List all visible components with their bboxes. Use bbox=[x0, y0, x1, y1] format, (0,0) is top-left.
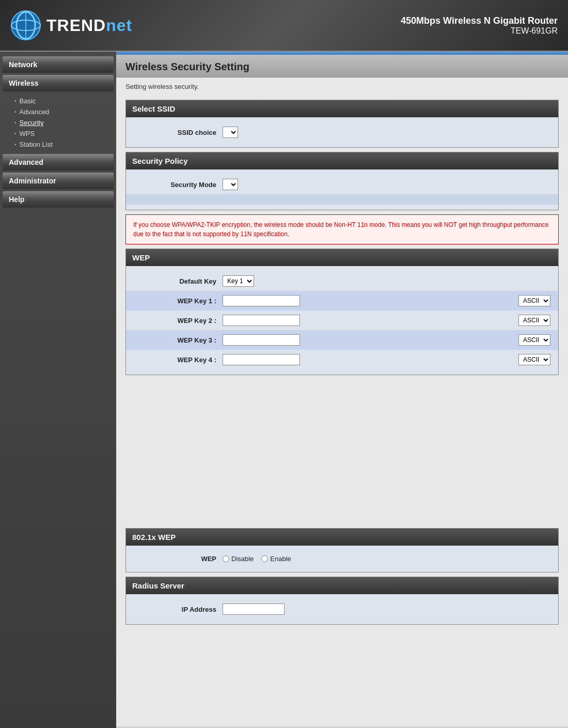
dot1x-enable-radio-label[interactable]: Enable bbox=[261, 555, 291, 563]
wep-key1-label: WEP Key 1 : bbox=[134, 297, 216, 305]
warning-box: If you choose WPA/WPA2-TKIP encryption, … bbox=[125, 214, 559, 244]
ip-address-input[interactable] bbox=[223, 603, 285, 615]
page-title: Wireless Security Setting bbox=[116, 55, 568, 78]
wep-key3-row: WEP Key 3 : ASCII HEX bbox=[126, 330, 558, 350]
select-ssid-section: Select SSID SSID choice bbox=[125, 100, 559, 148]
dot1x-disable-label: Disable bbox=[231, 555, 254, 563]
wep-key1-row: WEP Key 1 : ASCII HEX bbox=[126, 291, 558, 311]
dot1x-disable-radio[interactable] bbox=[223, 555, 229, 562]
page-subtitle: Setting wireless security. bbox=[116, 78, 568, 96]
sidebar-item-basic[interactable]: • Basic bbox=[10, 96, 116, 106]
wep-key4-encoding[interactable]: ASCII HEX bbox=[518, 354, 550, 365]
wep-body: Default Key Key 1 Key 2 Key 3 Key 4 WEP … bbox=[126, 266, 558, 375]
radius-server-header: Radius Server bbox=[126, 577, 558, 594]
sidebar-item-security-link[interactable]: Security bbox=[20, 119, 44, 127]
sidebar-item-station-list[interactable]: • Station List bbox=[10, 139, 116, 150]
wep-section: WEP Default Key Key 1 Key 2 Key 3 Key 4 bbox=[125, 249, 559, 375]
dot1x-wep-row: WEP Disable Enable bbox=[126, 551, 558, 567]
wep-key2-encoding[interactable]: ASCII HEX bbox=[518, 315, 550, 326]
product-info: 450Mbps Wireless N Gigabit Router TEW-69… bbox=[401, 16, 558, 36]
wep-key3-encoding[interactable]: ASCII HEX bbox=[518, 334, 550, 346]
sidebar-item-basic-label: Basic bbox=[20, 97, 36, 105]
bullet-advanced: • bbox=[14, 109, 17, 115]
content-gap bbox=[116, 379, 568, 524]
content-area: Wireless Security Setting Setting wirele… bbox=[116, 52, 568, 728]
wep-key3-label: WEP Key 3 : bbox=[134, 336, 216, 344]
dot1x-wep-header: 802.1x WEP bbox=[126, 529, 558, 546]
wep-key4-label: WEP Key 4 : bbox=[134, 356, 216, 364]
radius-server-body: IP Address bbox=[126, 594, 558, 624]
sidebar-item-wps[interactable]: • WPS bbox=[10, 128, 116, 139]
sidebar-item-advanced[interactable]: • Advanced bbox=[10, 106, 116, 117]
wep-key1-encoding[interactable]: ASCII HEX bbox=[518, 295, 550, 306]
sidebar-item-advanced-label: Advanced bbox=[20, 108, 50, 116]
dot1x-enable-radio[interactable] bbox=[261, 555, 268, 562]
wep-key3-input[interactable] bbox=[223, 334, 300, 346]
sidebar-btn-network[interactable]: Network bbox=[3, 56, 114, 73]
ip-address-row: IP Address bbox=[126, 599, 558, 619]
header: TRENDnet 450Mbps Wireless N Gigabit Rout… bbox=[0, 0, 568, 52]
ip-address-label: IP Address bbox=[134, 606, 216, 613]
sidebar: Network Wireless • Basic • Advanced • Se… bbox=[0, 52, 116, 728]
ssid-choice-label: SSID choice bbox=[134, 129, 216, 136]
default-key-label: Default Key bbox=[134, 277, 216, 285]
sidebar-btn-help[interactable]: Help bbox=[3, 191, 114, 208]
security-mode-select[interactable] bbox=[223, 179, 238, 190]
select-ssid-header: Select SSID bbox=[126, 100, 558, 117]
default-key-select[interactable]: Key 1 Key 2 Key 3 Key 4 bbox=[223, 275, 254, 287]
dot1x-wep-label: WEP bbox=[134, 555, 216, 563]
wep-key2-row: WEP Key 2 : ASCII HEX bbox=[126, 311, 558, 330]
wep-key4-input[interactable] bbox=[223, 354, 300, 365]
trendnet-logo-icon bbox=[10, 10, 41, 41]
wep-header: WEP bbox=[126, 249, 558, 266]
sidebar-item-wps-label: WPS bbox=[20, 130, 35, 137]
logo-area: TRENDnet bbox=[10, 10, 132, 41]
sidebar-item-station-list-label: Station List bbox=[20, 141, 53, 148]
bullet-security: • bbox=[14, 120, 17, 126]
default-key-row: Default Key Key 1 Key 2 Key 3 Key 4 bbox=[126, 271, 558, 291]
warning-text: If you choose WPA/WPA2-TKIP encryption, … bbox=[133, 221, 548, 238]
wep-key2-label: WEP Key 2 : bbox=[134, 317, 216, 324]
logo-text: TRENDnet bbox=[46, 16, 132, 35]
bullet-wps: • bbox=[14, 131, 17, 136]
dot1x-enable-label: Enable bbox=[270, 555, 291, 563]
wireless-submenu: • Basic • Advanced • Security • WPS • St… bbox=[0, 94, 116, 152]
content-inner: Wireless Security Setting Setting wirele… bbox=[116, 55, 568, 726]
wep-key2-input[interactable] bbox=[223, 315, 300, 326]
ssid-choice-select[interactable] bbox=[223, 127, 238, 138]
product-name: 450Mbps Wireless N Gigabit Router bbox=[401, 16, 558, 26]
wep-key1-input[interactable] bbox=[223, 295, 300, 306]
security-mode-row: Security Mode bbox=[126, 175, 558, 194]
dot1x-wep-body: WEP Disable Enable bbox=[126, 546, 558, 572]
security-policy-body: Security Mode bbox=[126, 169, 558, 210]
bullet-basic: • bbox=[14, 98, 17, 104]
select-ssid-body: SSID choice bbox=[126, 117, 558, 147]
security-policy-empty-row bbox=[126, 194, 558, 205]
sidebar-btn-advanced[interactable]: Advanced bbox=[3, 154, 114, 171]
security-policy-header: Security Policy bbox=[126, 152, 558, 169]
security-policy-section: Security Policy Security Mode bbox=[125, 152, 559, 210]
dot1x-radio-group: Disable Enable bbox=[223, 555, 291, 563]
security-mode-label: Security Mode bbox=[134, 181, 216, 189]
main-layout: Network Wireless • Basic • Advanced • Se… bbox=[0, 52, 568, 728]
dot1x-disable-radio-label[interactable]: Disable bbox=[223, 555, 254, 563]
sidebar-btn-administrator[interactable]: Administrator bbox=[3, 173, 114, 189]
dot1x-wep-section: 802.1x WEP WEP Disable Enable bbox=[125, 528, 559, 572]
sidebar-btn-wireless[interactable]: Wireless bbox=[3, 75, 114, 91]
wep-key4-row: WEP Key 4 : ASCII HEX bbox=[126, 350, 558, 369]
ssid-choice-row: SSID choice bbox=[126, 122, 558, 142]
radius-server-section: Radius Server IP Address bbox=[125, 577, 559, 625]
sidebar-item-security[interactable]: • Security bbox=[10, 117, 116, 128]
product-model: TEW-691GR bbox=[401, 26, 558, 36]
bullet-station-list: • bbox=[14, 142, 17, 147]
